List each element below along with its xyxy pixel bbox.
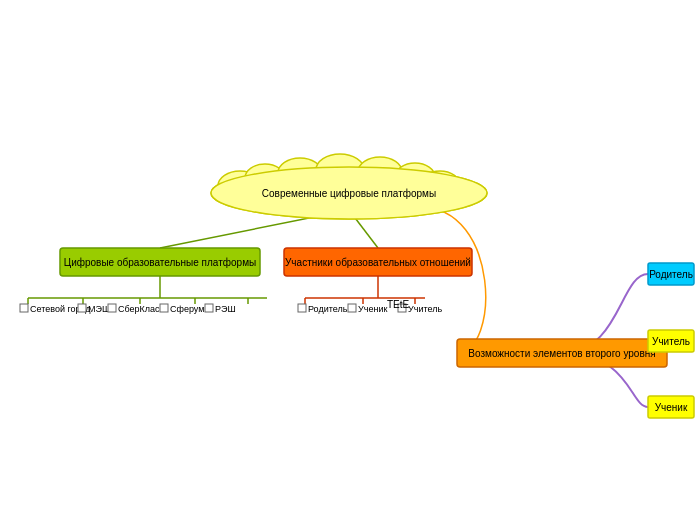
right-teacher-label: Учитель (652, 336, 690, 347)
cb-uchitel-label: Учитель (408, 304, 442, 314)
digital-platforms-label: Цифровые образовательные платформы (64, 257, 256, 268)
connector-root-capabilities (420, 207, 486, 353)
cb-uchenik[interactable] (348, 304, 356, 312)
cb-mesh[interactable] (78, 304, 86, 312)
cb-mesh-label: МЭШ (88, 304, 110, 314)
cb-setevoy[interactable] (20, 304, 28, 312)
root-label: Современные цифровые платформы (262, 188, 436, 199)
tete-label: TEtE (387, 299, 410, 310)
cb-resh[interactable] (205, 304, 213, 312)
cb-roditel[interactable] (298, 304, 306, 312)
cb-sberklass[interactable] (108, 304, 116, 312)
right-parent-label: Родитель (649, 269, 693, 280)
cb-resh-label: РЭШ (215, 304, 236, 314)
capabilities-label: Возможности элементов второго уровня (468, 348, 655, 359)
cb-sferum[interactable] (160, 304, 168, 312)
cb-sberklass-label: СберКласс (118, 304, 165, 314)
cb-roditel-label: Родитель (308, 304, 348, 314)
participants-label: Участники образовательных отношений (285, 257, 471, 268)
mind-map-diagram: Современные цифровые платформы Цифровые … (0, 0, 697, 520)
right-student-label: Ученик (655, 402, 688, 413)
cb-uchenik-label: Ученик (358, 304, 387, 314)
cb-sferum-label: Сферум (170, 304, 204, 314)
